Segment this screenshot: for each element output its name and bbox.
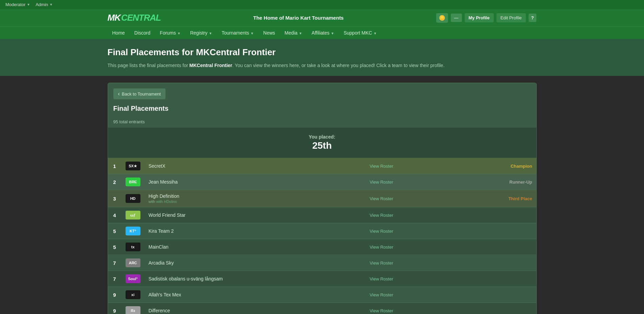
nav-discord[interactable]: Discord	[130, 27, 155, 39]
award-cell: Champion	[451, 158, 536, 174]
team-name: SecretX	[149, 163, 361, 169]
dash-button[interactable]: —	[451, 14, 462, 22]
view-roster-link[interactable]: View Roster	[370, 180, 393, 185]
tag-cell: ARC	[121, 255, 145, 271]
nav-support[interactable]: Support MKC	[339, 27, 381, 39]
nav-registry[interactable]: Registry	[185, 27, 217, 39]
team-name-cell: Allah's Tex Mex	[145, 287, 365, 303]
award-cell	[451, 271, 536, 287]
forums-chevron	[177, 30, 181, 36]
admin-bar: Moderator Admin	[0, 0, 644, 9]
nav-affiliates[interactable]: Affiliates	[307, 27, 339, 39]
rank-cell: 5	[108, 223, 121, 239]
nav-home[interactable]: Home	[108, 27, 130, 39]
admin-menu[interactable]: Admin	[36, 2, 53, 7]
team-name-cell: Sadistisk obalans u-sväng långsam	[145, 271, 365, 287]
view-roster-cell: View Roster	[365, 303, 451, 314]
tag-cell: ωƒ	[121, 207, 145, 223]
back-chevron-icon	[118, 91, 120, 97]
tag-cell: SX★	[121, 158, 145, 174]
view-roster-link[interactable]: View Roster	[370, 229, 393, 234]
view-roster-link[interactable]: View Roster	[370, 164, 393, 169]
header-actions: 🪙 — My Profile Edit Profile ?	[436, 13, 537, 23]
team-name: Sadistisk obalans u-sväng långsam	[149, 276, 361, 281]
award-cell	[451, 303, 536, 314]
tag-cell: HD	[121, 190, 145, 207]
award-cell	[451, 223, 536, 239]
team-name: High Definition	[149, 193, 361, 199]
page-description: This page lists the final placements for…	[108, 62, 537, 69]
help-icon[interactable]: ?	[529, 14, 537, 22]
view-roster-link[interactable]: View Roster	[370, 213, 393, 218]
logo[interactable]: MK CENTRAL	[108, 13, 161, 23]
team-name-cell: Kira Team 2	[145, 223, 365, 239]
nav-forums[interactable]: Forums	[155, 27, 185, 39]
table-row[interactable]: 9 xi Allah's Tex Mex View Roster	[108, 287, 536, 303]
team-tag: HD	[126, 194, 140, 203]
total-entrants: 95 total entrants	[108, 117, 536, 127]
table-row[interactable]: 3 HD High Definitionwith with HDolino Vi…	[108, 190, 536, 207]
rank-cell: 1	[108, 158, 121, 174]
edit-profile-button[interactable]: Edit Profile	[496, 13, 526, 22]
table-row[interactable]: 2 BRE Jean Messiha View Roster Runner-Up	[108, 174, 536, 190]
nav-news[interactable]: News	[259, 27, 280, 39]
rank-cell: 4	[108, 207, 121, 223]
team-name: Difference	[149, 308, 361, 313]
my-profile-button[interactable]: My Profile	[465, 13, 494, 22]
team-name: MainClan	[149, 244, 361, 250]
team-tag: Soul°	[126, 274, 140, 283]
desc-suffix: . You can view the winners here, or take…	[232, 63, 444, 68]
admin-chevron	[49, 3, 53, 6]
view-roster-link[interactable]: View Roster	[370, 196, 393, 201]
nav-tournaments[interactable]: Tournaments	[217, 27, 259, 39]
desc-prefix: This page lists the final placements for	[108, 63, 190, 68]
tag-cell: BRE	[121, 174, 145, 190]
table-row[interactable]: 5 tx MainClan View Roster	[108, 239, 536, 255]
view-roster-link[interactable]: View Roster	[370, 308, 393, 313]
rank-cell: 3	[108, 190, 121, 207]
header: MK CENTRAL The Home of Mario Kart Tourna…	[0, 9, 644, 39]
moderator-chevron	[27, 3, 30, 6]
main-content: Back to Tournament Final Placements 95 t…	[102, 76, 542, 314]
table-row[interactable]: 9 Яз Difference View Roster	[108, 303, 536, 314]
affiliates-chevron	[331, 30, 334, 36]
placements-card: Back to Tournament Final Placements 95 t…	[108, 83, 537, 314]
view-roster-cell: View Roster	[365, 158, 451, 174]
view-roster-link[interactable]: View Roster	[370, 245, 393, 250]
view-roster-link[interactable]: View Roster	[370, 276, 393, 281]
rank-cell: 7	[108, 271, 121, 287]
registry-chevron	[209, 30, 212, 36]
table-row[interactable]: 5 KT° Kira Team 2 View Roster	[108, 223, 536, 239]
back-to-tournament-button[interactable]: Back to Tournament	[113, 88, 166, 99]
view-roster-cell: View Roster	[365, 223, 451, 239]
placement-highlight: You placed: 25th	[108, 127, 536, 158]
view-roster-link[interactable]: View Roster	[370, 260, 393, 266]
view-roster-link[interactable]: View Roster	[370, 292, 393, 297]
table-row[interactable]: 7 ARC Arcadia Sky View Roster	[108, 255, 536, 271]
tag-cell: Soul°	[121, 271, 145, 287]
team-name-cell: Arcadia Sky	[145, 255, 365, 271]
you-placed-label: You placed:	[115, 134, 530, 140]
team-tag: xi	[126, 290, 140, 299]
team-tag: ARC	[126, 258, 140, 267]
tag-cell: xi	[121, 287, 145, 303]
team-tag: Яз	[126, 306, 140, 314]
award-cell	[451, 287, 536, 303]
view-roster-cell: View Roster	[365, 190, 451, 207]
table-row[interactable]: 1 SX★ SecretX View Roster Champion	[108, 158, 536, 174]
coin-icon[interactable]: 🪙	[436, 13, 448, 23]
moderator-menu[interactable]: Moderator	[5, 2, 30, 7]
table-row[interactable]: 4 ωƒ World Friend Star View Roster	[108, 207, 536, 223]
header-tagline: The Home of Mario Kart Tournaments	[253, 15, 343, 21]
rank-cell: 9	[108, 287, 121, 303]
view-roster-cell: View Roster	[365, 287, 451, 303]
table-row[interactable]: 7 Soul° Sadistisk obalans u-sväng långsa…	[108, 271, 536, 287]
award-cell: Third Place	[451, 190, 536, 207]
desc-bold: MKCentral Frontier	[190, 63, 232, 68]
nav: Home Discord Forums Registry Tournaments…	[0, 26, 644, 39]
team-name: Kira Team 2	[149, 228, 361, 234]
rank-cell: 7	[108, 255, 121, 271]
nav-media[interactable]: Media	[280, 27, 307, 39]
tag-cell: KT°	[121, 223, 145, 239]
award-cell	[451, 207, 536, 223]
